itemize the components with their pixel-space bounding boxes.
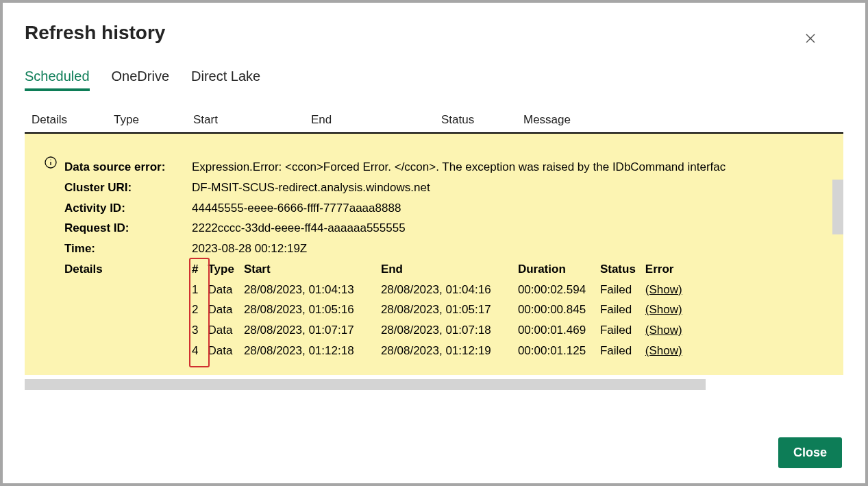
show-error-link[interactable]: (Show): [645, 283, 682, 296]
refresh-history-modal: Refresh history Scheduled OneDrive Direc…: [3, 3, 865, 483]
info-icon: [44, 156, 58, 169]
cell-type: Data: [208, 320, 243, 341]
page-title: Refresh history: [25, 22, 843, 44]
dh-duration: Duration: [518, 259, 600, 280]
value-request-id: 2222cccc-33dd-eeee-ff44-aaaaaa555555: [192, 218, 406, 239]
dh-status: Status: [600, 259, 645, 280]
column-headers: Details Type Start End Status Message: [25, 113, 843, 134]
tabs: Scheduled OneDrive Direct Lake: [25, 69, 843, 91]
col-message: Message: [523, 113, 843, 127]
cell-start: 28/08/2023, 01:04:13: [244, 280, 381, 300]
svg-point-3: [50, 159, 51, 160]
value-time: 2023-08-28 00:12:19Z: [192, 239, 307, 259]
close-button[interactable]: Close: [778, 437, 842, 468]
table-row: 4Data28/08/2023, 01:12:1828/08/2023, 01:…: [192, 341, 692, 361]
col-type: Type: [114, 113, 193, 127]
show-error-link[interactable]: (Show): [645, 324, 682, 337]
table-row: 3Data28/08/2023, 01:07:1728/08/2023, 01:…: [192, 320, 692, 341]
tab-direct-lake[interactable]: Direct Lake: [191, 69, 260, 91]
label-time: Time:: [64, 239, 192, 259]
horizontal-scrollbar[interactable]: [25, 379, 706, 390]
table-row: 2Data28/08/2023, 01:05:1628/08/2023, 01:…: [192, 300, 692, 320]
cell-end: 28/08/2023, 01:05:17: [381, 300, 518, 320]
details-table: # Type Start End Duration Status Error 1…: [192, 259, 692, 361]
dh-error: Error: [645, 259, 692, 280]
dh-type: Type: [208, 259, 243, 280]
vertical-scrollbar[interactable]: [832, 180, 843, 234]
tab-onedrive[interactable]: OneDrive: [112, 69, 169, 91]
value-activity-id: 44445555-eeee-6666-ffff-7777aaaa8888: [192, 198, 401, 219]
cell-status: Failed: [600, 341, 645, 361]
col-start: Start: [193, 113, 311, 127]
cell-duration: 00:00:01.125: [518, 341, 600, 361]
col-details: Details: [32, 113, 114, 127]
table-row: 1Data28/08/2023, 01:04:1328/08/2023, 01:…: [192, 280, 692, 300]
label-source-error: Data source error:: [64, 157, 192, 178]
value-source-error: Expression.Error: <ccon>Forced Error. </…: [192, 157, 726, 178]
value-cluster-uri: DF-MSIT-SCUS-redirect.analysis.windows.n…: [192, 178, 430, 198]
cell-status: Failed: [600, 280, 645, 300]
dh-end: End: [381, 259, 518, 280]
cell-duration: 00:00:02.594: [518, 280, 600, 300]
cell-type: Data: [208, 341, 243, 361]
cell-end: 28/08/2023, 01:12:19: [381, 341, 518, 361]
cell-type: Data: [208, 300, 243, 320]
label-request-id: Request ID:: [64, 218, 192, 239]
dh-start: Start: [244, 259, 381, 280]
highlight-box: [189, 258, 210, 367]
cell-end: 28/08/2023, 01:04:16: [381, 280, 518, 300]
cell-start: 28/08/2023, 01:12:18: [244, 341, 381, 361]
cell-start: 28/08/2023, 01:07:17: [244, 320, 381, 341]
cell-duration: 00:00:00.845: [518, 300, 600, 320]
cell-start: 28/08/2023, 01:05:16: [244, 300, 381, 320]
label-cluster-uri: Cluster URI:: [64, 178, 192, 198]
cell-status: Failed: [600, 320, 645, 341]
cell-status: Failed: [600, 300, 645, 320]
label-details: Details: [64, 259, 192, 280]
label-activity-id: Activity ID:: [64, 198, 192, 219]
cell-type: Data: [208, 280, 243, 300]
tab-scheduled[interactable]: Scheduled: [25, 69, 90, 91]
show-error-link[interactable]: (Show): [645, 344, 682, 357]
close-icon[interactable]: [802, 30, 819, 47]
col-status: Status: [441, 113, 523, 127]
show-error-link[interactable]: (Show): [645, 303, 682, 316]
cell-duration: 00:00:01.469: [518, 320, 600, 341]
error-panel: Data source error: Expression.Error: <cc…: [25, 134, 843, 375]
cell-end: 28/08/2023, 01:07:18: [381, 320, 518, 341]
col-end: End: [311, 113, 441, 127]
